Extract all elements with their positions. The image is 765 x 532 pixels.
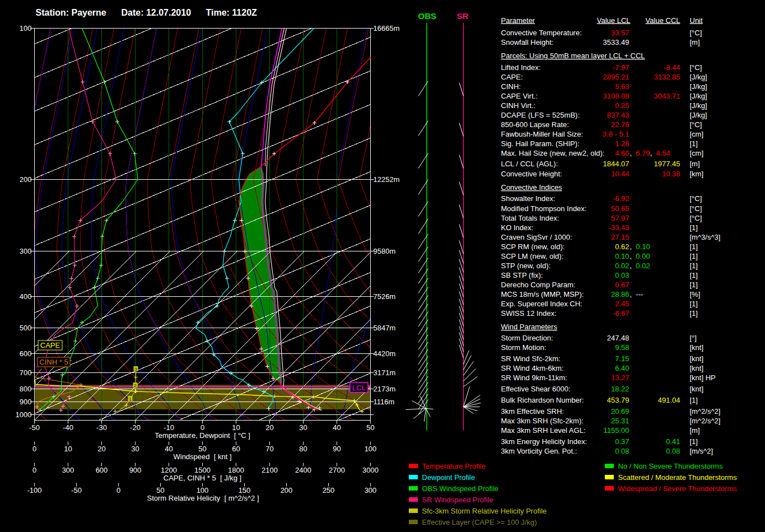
svg-text:Max 3km SRH (Sfc-2km):: Max 3km SRH (Sfc-2km): — [501, 417, 584, 425]
svg-text:2.45: 2.45 — [615, 300, 629, 308]
svg-text:1977.45: 1977.45 — [654, 160, 680, 168]
svg-text:80: 80 — [299, 445, 307, 453]
svg-text:Station: Payerne: Station: Payerne — [36, 8, 106, 17]
svg-text:50: 50 — [156, 486, 164, 494]
svg-text:300: 300 — [20, 247, 32, 255]
svg-text:Wind Parameters: Wind Parameters — [501, 323, 558, 331]
svg-text:0: 0 — [32, 466, 36, 474]
svg-text:0: 0 — [32, 445, 36, 453]
svg-text:[1]: [1] — [690, 396, 698, 404]
svg-text:Bulk Richardson Number:: Bulk Richardson Number: — [501, 396, 584, 404]
svg-text:5.63: 5.63 — [615, 82, 629, 91]
svg-text:Effective Layer (CAPE >= 100 J: Effective Layer (CAPE >= 100 J/kg) — [422, 518, 537, 526]
svg-text:Exp. Supercell Index CH:: Exp. Supercell Index CH: — [501, 300, 582, 308]
svg-text:33.57: 33.57 — [611, 29, 629, 37]
svg-text:1116m: 1116m — [374, 398, 395, 406]
svg-text:SR Wind 9km-11km:: SR Wind 9km-11km: — [501, 374, 567, 382]
svg-text:0.37: 0.37 — [615, 437, 629, 446]
svg-text:Snowfall Height:: Snowfall Height: — [501, 38, 554, 46]
svg-text:[cm]: [cm] — [690, 130, 704, 138]
svg-text:-40: -40 — [63, 423, 73, 432]
svg-text:300: 300 — [365, 486, 377, 494]
svg-text:Total Totals Index:: Total Totals Index: — [501, 214, 559, 222]
svg-text:[m/s^2]: [m/s^2] — [690, 447, 713, 455]
svg-text:9580m: 9580m — [374, 247, 396, 255]
svg-text:CAPE: CAPE — [40, 341, 60, 349]
svg-text:Temperature, Dewpoint [ °C ]: Temperature, Dewpoint [ °C ] — [155, 431, 250, 440]
svg-text:0.03: 0.03 — [615, 271, 629, 279]
svg-text:700: 700 — [20, 368, 32, 377]
svg-text:Storm Relative Helicity [ m^2: Storm Relative Helicity [ m^2/s^2 ] — [147, 494, 259, 502]
svg-text:50: 50 — [198, 445, 206, 453]
svg-text:40: 40 — [333, 423, 340, 432]
svg-text:[m^3/s^3]: [m^3/s^3] — [690, 233, 721, 241]
svg-text:4420m: 4420m — [374, 349, 396, 358]
svg-text:Value CCL: Value CCL — [646, 16, 680, 25]
svg-text:[°]: [°] — [690, 334, 697, 342]
svg-text:Convective Temperature:: Convective Temperature: — [501, 29, 582, 37]
svg-text:[1]: [1] — [690, 139, 698, 148]
svg-text:600: 600 — [20, 349, 32, 358]
svg-text:900: 900 — [20, 398, 32, 406]
svg-text:SR Wind 4km-6km:: SR Wind 4km-6km: — [501, 364, 564, 372]
svg-text:Craven SigSvr / 1000:: Craven SigSvr / 1000: — [501, 233, 572, 241]
svg-text:20.69: 20.69 — [611, 407, 629, 416]
svg-text:57.97: 57.97 — [611, 214, 629, 222]
svg-text:[knt]: [knt] — [690, 343, 704, 352]
svg-text:[1]: [1] — [690, 281, 698, 289]
svg-text:12252m: 12252m — [374, 175, 400, 184]
svg-text:, 0.00: , 0.00 — [630, 252, 650, 260]
svg-text:STP (new, old):: STP (new, old): — [501, 262, 551, 270]
svg-text:30: 30 — [131, 445, 139, 453]
svg-text:LCL / CCL (AGL):: LCL / CCL (AGL): — [501, 160, 558, 168]
svg-text:850-600 Lapse Rate:: 850-600 Lapse Rate: — [501, 120, 569, 129]
svg-text:CAPE, CINH * 5 [ J/kg ]: CAPE, CINH * 5 [ J/kg ] — [164, 474, 241, 482]
svg-text:Derecho Comp Param:: Derecho Comp Param: — [501, 281, 576, 289]
svg-text:90: 90 — [333, 445, 340, 453]
svg-text:5847m: 5847m — [374, 324, 396, 332]
svg-text:0.10: 0.10 — [615, 252, 629, 260]
svg-text:7526m: 7526m — [374, 292, 396, 301]
svg-text:Lifted Index:: Lifted Index: — [501, 63, 541, 72]
svg-text:3km Energy Helicity Index:: 3km Energy Helicity Index: — [501, 437, 587, 446]
svg-text:-50: -50 — [29, 423, 40, 432]
svg-text:CINH * 5: CINH * 5 — [39, 358, 68, 366]
svg-text:[m]: [m] — [690, 160, 700, 168]
svg-text:[knt]: [knt] — [690, 385, 704, 393]
svg-text:1.26: 1.26 — [615, 139, 629, 148]
svg-text:0: 0 — [200, 423, 204, 432]
svg-text:SWISS 12 Index:: SWISS 12 Index: — [501, 309, 557, 318]
svg-text:Parameter: Parameter — [501, 16, 535, 25]
svg-text:OBS: OBS — [418, 11, 437, 21]
svg-text:100: 100 — [20, 24, 32, 32]
svg-text:Unit: Unit — [690, 16, 703, 25]
svg-text:27.15: 27.15 — [611, 233, 629, 241]
svg-text:1000: 1000 — [16, 410, 32, 419]
svg-text:-50: -50 — [71, 486, 82, 494]
svg-text:2100: 2100 — [262, 466, 278, 474]
svg-text:1155.00: 1155.00 — [603, 426, 629, 435]
svg-text:900: 900 — [129, 466, 142, 474]
svg-text:Max 3km SRH Level AGL:: Max 3km SRH Level AGL: — [501, 426, 586, 435]
svg-text:10: 10 — [64, 445, 72, 453]
svg-text:-30: -30 — [96, 423, 107, 432]
svg-text:Widespread / Severe Thundersto: Widespread / Severe Thunderstorms — [618, 484, 738, 493]
svg-text:3km Effective SRH:: 3km Effective SRH: — [501, 407, 564, 416]
svg-text:0.08: 0.08 — [666, 447, 680, 455]
svg-text:0.41: 0.41 — [666, 437, 680, 446]
svg-text:300: 300 — [62, 466, 74, 474]
svg-text:6.40: 6.40 — [615, 364, 629, 372]
svg-text:Convective Indices: Convective Indices — [501, 183, 563, 192]
svg-text:10.38: 10.38 — [662, 170, 680, 178]
svg-text:4.60: 4.60 — [615, 149, 629, 157]
svg-text:491.04: 491.04 — [658, 396, 680, 404]
svg-text:Value LCL: Value LCL — [597, 16, 631, 25]
svg-text:MCS 18m/s (MMP, MSP):: MCS 18m/s (MMP, MSP): — [501, 290, 584, 298]
svg-text:1844.07: 1844.07 — [603, 160, 629, 168]
svg-text:, 6.79, 4.54: , 6.79, 4.54 — [630, 149, 670, 157]
svg-text:[J/kg]: [J/kg] — [690, 82, 707, 91]
svg-text:[°C]: [°C] — [690, 29, 702, 37]
svg-text:Max. Hail Size (new, new2, old: Max. Hail Size (new, new2, old): — [501, 149, 605, 157]
svg-text:60: 60 — [232, 445, 240, 453]
svg-text:30: 30 — [299, 423, 307, 432]
